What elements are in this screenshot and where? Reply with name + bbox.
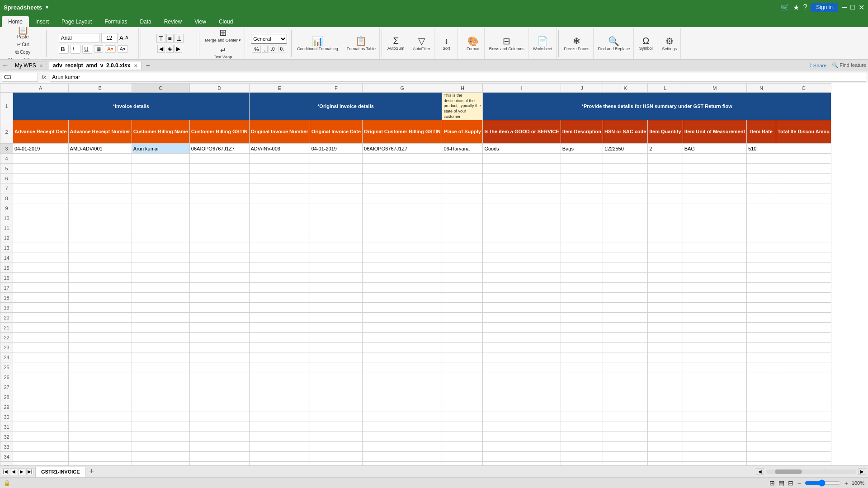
cell-o3[interactable] (776, 144, 831, 154)
zoom-slider[interactable] (805, 479, 841, 487)
help-icon[interactable]: ? (803, 3, 807, 11)
sheet-tab-gstr1[interactable]: GSTR1-INVOICE (35, 467, 86, 477)
cell-f3[interactable]: 04-01-2019 (310, 144, 362, 154)
cell-adv-receipt-date-hdr[interactable]: Advance Receipt Date (13, 120, 69, 144)
row-header-4[interactable]: 4 (0, 154, 13, 164)
file-close-icon[interactable]: ✕ (134, 63, 137, 68)
minimize-icon[interactable]: ─ (842, 3, 847, 11)
sort-button[interactable]: ↕ Sort (438, 35, 454, 52)
maximize-icon[interactable]: □ (850, 3, 855, 11)
col-header-l[interactable]: L (648, 84, 683, 93)
close-icon[interactable]: ✕ (859, 3, 864, 12)
increase-decimal-button[interactable]: .0 (269, 46, 277, 52)
cell-tooltip[interactable]: This is the destination of the product, … (442, 93, 483, 120)
underline-button[interactable]: U (82, 45, 92, 54)
cell-i3[interactable]: Goods (483, 144, 561, 154)
cell-item-good-svc-hdr[interactable]: Is the item a GOOD or SERVICE (483, 120, 561, 144)
row-header-2[interactable]: 2 (0, 120, 13, 144)
cell-c3[interactable]: Arun kumar (132, 144, 189, 154)
decrease-font-icon[interactable]: A (125, 35, 128, 40)
cell-k3[interactable]: 1222550 (603, 144, 648, 154)
col-header-n[interactable]: N (747, 84, 776, 93)
rows-columns-button[interactable]: ⊟ Rows and Columns (487, 35, 526, 52)
star-icon[interactable]: ★ (793, 3, 799, 12)
col-header-o[interactable]: O (776, 84, 831, 93)
cell-j3[interactable]: Bags (561, 144, 603, 154)
col-header-m[interactable]: M (683, 84, 746, 93)
tab-home[interactable]: Home (2, 16, 29, 27)
font-name-input[interactable] (59, 33, 99, 43)
sheet-nav-first[interactable]: |◀ (2, 468, 9, 475)
zoom-out-icon[interactable]: − (797, 479, 801, 487)
cell-cust-billing-gstin-hdr[interactable]: Customer Billing GSTIN (189, 120, 249, 144)
cell-a3[interactable]: 04-01-2019 (13, 144, 69, 154)
col-header-c[interactable]: C (132, 84, 189, 93)
copy-button[interactable]: ⧉ Copy (14, 49, 32, 56)
borders-button[interactable]: ▦ (94, 45, 103, 53)
hscroll-right-btn[interactable]: ▶ (858, 468, 866, 475)
cell-place-supply-hdr[interactable]: Place of Supply (442, 120, 483, 144)
format-button[interactable]: 🎨 Format (465, 35, 481, 52)
cell-total-discount-hdr[interactable]: Total Ite Discou Amou (776, 120, 831, 144)
row-header-1[interactable]: 1 (0, 93, 13, 120)
cell-original-invoice[interactable]: *Original Invoice details (249, 93, 442, 120)
col-header-g[interactable]: G (363, 84, 442, 93)
app-dropdown-icon[interactable]: ▾ (46, 4, 48, 10)
tab-view[interactable]: View (188, 16, 212, 27)
cell-item-unit-hdr[interactable]: Item Unit of Measurement (683, 120, 746, 144)
cell-cust-billing-name-hdr[interactable]: Customer Billing Name (132, 120, 189, 144)
autosum-button[interactable]: Σ AutoSum (386, 35, 406, 52)
col-header-k[interactable]: K (603, 84, 648, 93)
cut-button[interactable]: ✂ Cut (15, 41, 30, 48)
worksheet-button[interactable]: 📄 Worksheet (531, 35, 554, 52)
file-tab-active[interactable]: adv_receipt_amd_v_2.0.0.xlsx ✕ (49, 61, 142, 70)
cell-item-desc-hdr[interactable]: Item Description (561, 120, 603, 144)
col-header-i[interactable]: I (483, 84, 561, 93)
col-header-a[interactable]: A (13, 84, 69, 93)
normal-view-icon[interactable]: ⊞ (769, 479, 775, 487)
cell-orig-inv-num-hdr[interactable]: Original Invoice Number (249, 120, 310, 144)
cell-reference-input[interactable] (2, 73, 38, 82)
text-wrap-button[interactable]: ↵ Text Wrap (212, 45, 234, 60)
signin-button[interactable]: Sign in (811, 3, 838, 12)
cell-item-rate-hdr[interactable]: Item Rate (747, 120, 776, 144)
page-break-icon[interactable]: ⊟ (788, 479, 793, 487)
bold-button[interactable]: B (59, 45, 69, 54)
cell-m3[interactable]: BAG (683, 144, 746, 154)
align-bottom-icon[interactable]: ⊥ (175, 34, 184, 43)
tab-formulas[interactable]: Formulas (98, 16, 133, 27)
col-header-f[interactable]: F (310, 84, 362, 93)
cell-item-qty-hdr[interactable]: Item Quantity (648, 120, 683, 144)
align-center-icon[interactable]: ◈ (166, 45, 174, 53)
cell-provide-details[interactable]: *Provide these details for HSN summary u… (483, 93, 831, 120)
align-top-icon[interactable]: ⊤ (156, 34, 165, 43)
hscroll-left-btn[interactable]: ◀ (756, 468, 764, 475)
col-header-e[interactable]: E (249, 84, 310, 93)
cell-orig-cust-gstin-hdr[interactable]: Original Customer Billing GSTIN (363, 120, 442, 144)
tab-review[interactable]: Review (158, 16, 188, 27)
cell-n3[interactable]: 510 (747, 144, 776, 154)
share-button[interactable]: ⤴ Share (809, 63, 826, 68)
percent-button[interactable]: % (252, 46, 261, 53)
col-header-d[interactable]: D (189, 84, 249, 93)
format-painter-button[interactable]: 🖌 Format Painter (4, 56, 42, 60)
merge-center-button[interactable]: ⊞ Merge and Center ▾ (203, 27, 243, 43)
find-replace-button[interactable]: 🔍 Find and Replace (596, 35, 632, 52)
cell-adv-receipt-num-hdr[interactable]: Advance Receipt Number (68, 120, 132, 144)
tab-data[interactable]: Data (133, 16, 157, 27)
italic-button[interactable]: I (71, 45, 80, 54)
freeze-panes-button[interactable]: ❄ Freeze Panes (562, 35, 591, 52)
font-size-input[interactable] (101, 33, 118, 43)
page-layout-icon[interactable]: ▤ (778, 479, 784, 487)
thousands-button[interactable]: , (262, 46, 268, 53)
format-as-table-button[interactable]: 📋 Format as Table (345, 35, 377, 52)
cell-orig-inv-date-hdr[interactable]: Original Invoice Date (310, 120, 362, 144)
formula-input[interactable] (50, 73, 866, 82)
cell-hsn-sac-hdr[interactable]: HSN or SAC code (603, 120, 648, 144)
increase-font-icon[interactable]: A (119, 34, 123, 42)
number-format-select[interactable]: General Number Currency (251, 34, 287, 44)
my-wps-tab[interactable]: My WPS ✕ (11, 61, 47, 70)
sheet-nav-last[interactable]: ▶| (26, 468, 33, 475)
col-header-j[interactable]: J (561, 84, 603, 93)
font-color-button[interactable]: A▾ (118, 45, 128, 53)
